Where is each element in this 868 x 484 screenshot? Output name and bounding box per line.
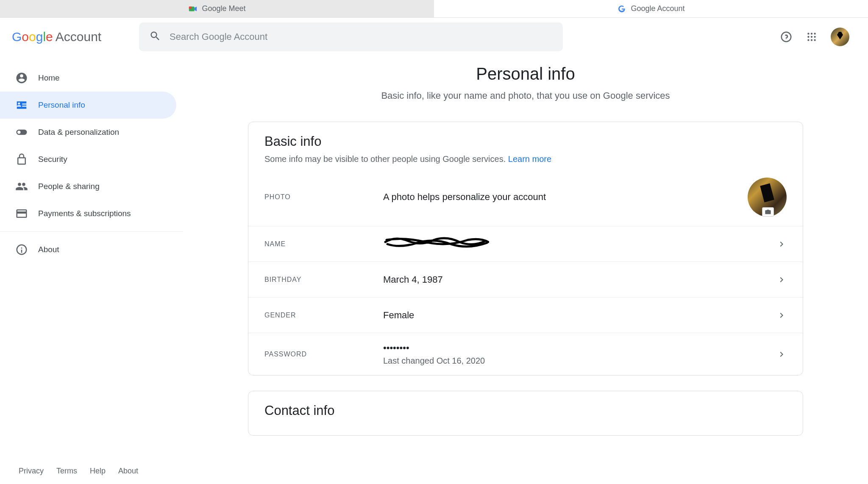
row-label: PHOTO	[264, 193, 383, 201]
card-title: Contact info	[248, 403, 803, 418]
content-area: Personal info Basic info, like your name…	[183, 56, 868, 468]
browser-tabs: Google Meet Google Account	[0, 0, 868, 18]
meet-icon	[188, 4, 198, 14]
row-label: NAME	[264, 240, 383, 248]
sidebar-item-home[interactable]: Home	[0, 64, 176, 92]
redacted-scribble	[383, 238, 489, 248]
svg-point-9	[807, 39, 809, 41]
chevron-right-icon	[776, 310, 787, 320]
browser-tab-label: Google Account	[631, 4, 684, 13]
sidebar-item-label: Data & personalization	[38, 128, 119, 137]
sidebar-item-label: About	[38, 245, 59, 254]
learn-more-link[interactable]: Learn more	[508, 154, 551, 164]
svg-point-5	[814, 33, 815, 34]
sidebar-item-security[interactable]: Security	[0, 146, 176, 173]
row-value: •••••••• Last changed Oct 16, 2020	[383, 342, 776, 366]
svg-point-8	[814, 36, 815, 38]
chevron-right-icon	[776, 275, 787, 285]
sidebar-item-label: Security	[38, 155, 67, 164]
logo-account-text: Account	[56, 30, 101, 44]
svg-point-6	[807, 36, 809, 38]
footer-help[interactable]: Help	[90, 467, 106, 468]
info-icon	[15, 243, 28, 256]
sidebar-item-label: Personal info	[38, 100, 85, 110]
footer-privacy[interactable]: Privacy	[19, 467, 44, 468]
sidebar-item-label: Home	[38, 73, 60, 83]
row-label: GENDER	[264, 312, 383, 319]
chevron-right-icon	[776, 239, 787, 249]
google-logo: Google	[12, 30, 53, 44]
profile-photo-container[interactable]	[748, 178, 787, 217]
svg-point-7	[811, 36, 812, 38]
lock-icon	[15, 153, 28, 166]
sidebar-item-label: People & sharing	[38, 182, 100, 191]
row-subtext: Last changed Oct 16, 2020	[383, 356, 776, 366]
row-gender[interactable]: GENDER Female	[248, 298, 803, 333]
browser-tab-label: Google Meet	[202, 4, 245, 13]
footer-about[interactable]: About	[118, 467, 138, 468]
sidebar: Home Personal info Data & personalizatio…	[0, 56, 183, 468]
row-label: BIRTHDAY	[264, 276, 383, 284]
sidebar-item-about[interactable]: About	[0, 236, 176, 263]
credit-card-icon	[15, 207, 28, 220]
search-icon	[149, 30, 161, 44]
row-value: March 4, 1987	[383, 274, 776, 285]
footer-terms[interactable]: Terms	[56, 467, 77, 468]
sidebar-item-label: Payments & subscriptions	[38, 209, 131, 218]
row-label: PASSWORD	[264, 350, 383, 358]
row-name[interactable]: NAME	[248, 226, 803, 262]
svg-point-3	[807, 33, 809, 34]
toggle-icon	[15, 126, 28, 139]
row-value: Female	[383, 310, 776, 321]
contact-info-card: Contact info	[248, 391, 803, 436]
sidebar-item-payments-subscriptions[interactable]: Payments & subscriptions	[0, 200, 176, 227]
svg-point-10	[811, 39, 812, 41]
row-password[interactable]: PASSWORD •••••••• Last changed Oct 16, 2…	[248, 333, 803, 375]
google-g-icon	[617, 4, 626, 14]
sidebar-item-personal-info[interactable]: Personal info	[0, 92, 176, 119]
page-subtitle: Basic info, like your name and photo, th…	[381, 90, 670, 101]
row-birthday[interactable]: BIRTHDAY March 4, 1987	[248, 262, 803, 298]
id-card-icon	[15, 99, 28, 111]
row-value: A photo helps personalize your account	[383, 192, 748, 203]
card-title: Basic info	[248, 134, 803, 149]
people-icon	[15, 180, 28, 193]
card-subtitle: Some info may be visible to other people…	[248, 154, 803, 164]
header-actions	[780, 28, 856, 46]
camera-icon	[762, 207, 774, 217]
row-value-redacted	[383, 238, 776, 250]
chevron-right-icon	[776, 349, 787, 359]
page-title: Personal info	[476, 64, 575, 83]
main-layout: Home Personal info Data & personalizatio…	[0, 56, 868, 468]
footer: Privacy Terms Help About	[0, 458, 157, 468]
search-input[interactable]	[170, 31, 553, 42]
search-bar[interactable]	[139, 22, 563, 51]
svg-rect-2	[189, 6, 192, 9]
svg-point-4	[811, 33, 812, 34]
row-photo[interactable]: PHOTO A photo helps personalize your acc…	[248, 168, 803, 226]
sidebar-item-data-personalization[interactable]: Data & personalization	[0, 119, 176, 146]
sidebar-divider	[0, 231, 183, 232]
sidebar-item-people-sharing[interactable]: People & sharing	[0, 173, 176, 200]
avatar[interactable]	[831, 28, 849, 46]
browser-tab-account[interactable]: Google Account	[434, 0, 868, 17]
svg-point-11	[814, 39, 815, 41]
basic-info-card: Basic info Some info may be visible to o…	[248, 122, 803, 376]
browser-tab-meet[interactable]: Google Meet	[0, 0, 434, 17]
logo[interactable]: Google Account	[12, 30, 126, 44]
header: Google Account	[0, 18, 868, 56]
apps-grid-icon[interactable]	[805, 31, 818, 43]
help-icon[interactable]	[780, 31, 793, 43]
person-circle-icon	[15, 72, 28, 84]
